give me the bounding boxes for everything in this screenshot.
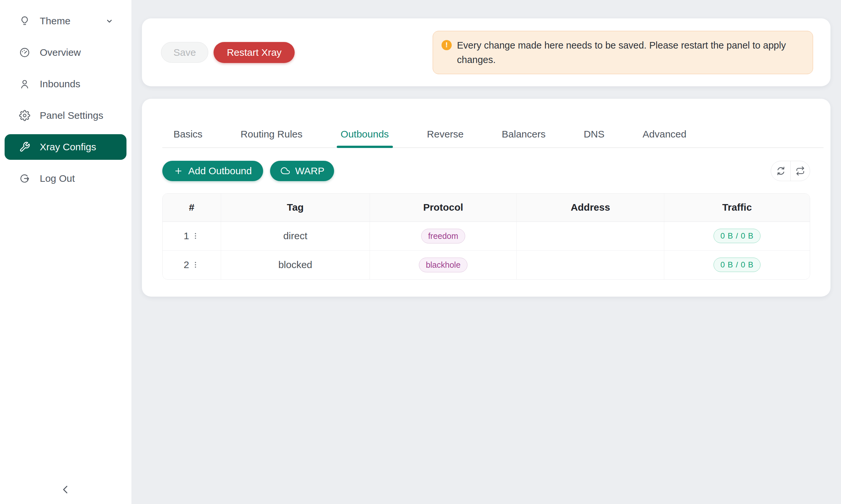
row-index: 2 <box>184 259 189 270</box>
tab-dns[interactable]: DNS <box>572 128 616 147</box>
config-tabs: Basics Routing Rules Outbounds Reverse B… <box>162 99 824 148</box>
xray-configs-card: Basics Routing Rules Outbounds Reverse B… <box>142 99 830 296</box>
sidebar-item-label: Overview <box>40 47 81 58</box>
active-tab-underline <box>337 146 393 148</box>
traffic-cell: 0 B / 0 B <box>664 250 810 279</box>
sidebar-item-label: Theme <box>40 15 70 26</box>
row-menu-button[interactable] <box>191 260 200 269</box>
table-tools-group <box>771 161 810 181</box>
table-row: 2 blocked blackhole <box>162 250 810 279</box>
tab-reverse[interactable]: Reverse <box>416 128 475 147</box>
protocol-badge: freedom <box>421 229 465 244</box>
traffic-cell: 0 B / 0 B <box>664 221 810 250</box>
sync-icon <box>776 166 786 176</box>
sidebar-item-log-out[interactable]: Log Out <box>5 166 126 191</box>
chevron-down-icon <box>105 16 114 25</box>
toolbar-card: Save Restart Xray ! Every change made he… <box>142 18 830 86</box>
add-outbound-button[interactable]: Add Outbound <box>162 161 263 181</box>
repeat-button[interactable] <box>790 161 810 181</box>
user-icon <box>19 78 31 90</box>
restart-xray-button[interactable]: Restart Xray <box>213 42 295 63</box>
protocol-cell: freedom <box>370 221 516 250</box>
address-cell <box>517 221 664 250</box>
restart-warning-alert: ! Every change made here needs to be sav… <box>433 31 813 74</box>
table-row: 1 direct freedom <box>162 221 810 250</box>
row-menu-button[interactable] <box>191 232 200 240</box>
chevron-left-icon <box>60 484 71 495</box>
traffic-badge: 0 B / 0 B <box>714 229 760 243</box>
lightbulb-icon <box>19 15 31 27</box>
warp-button[interactable]: WARP <box>270 161 334 181</box>
save-button[interactable]: Save <box>161 42 208 63</box>
repeat-icon <box>796 166 805 176</box>
column-header-index: # <box>162 194 221 221</box>
sidebar-item-overview[interactable]: Overview <box>5 40 126 65</box>
sidebar-item-label: Inbounds <box>40 78 80 90</box>
logout-icon <box>19 173 31 184</box>
sidebar-item-label: Panel Settings <box>40 110 103 121</box>
sidebar: Theme Overview Inbounds Panel Settings <box>0 0 132 504</box>
sidebar-item-label: Log Out <box>40 173 75 184</box>
tag-cell: direct <box>221 221 370 250</box>
tab-balancers[interactable]: Balancers <box>491 128 556 147</box>
tab-outbounds[interactable]: Outbounds <box>329 128 400 147</box>
refresh-button[interactable] <box>771 161 790 181</box>
sidebar-item-inbounds[interactable]: Inbounds <box>5 71 126 97</box>
outbounds-table: # Tag Protocol Address Traffic 1 <box>162 193 810 280</box>
main-content: Save Restart Xray ! Every change made he… <box>132 0 841 504</box>
wrench-icon <box>19 141 31 153</box>
tag-cell: blocked <box>221 250 370 279</box>
sidebar-item-label: Xray Configs <box>40 141 96 152</box>
address-cell <box>517 250 664 279</box>
sidebar-collapse-button[interactable] <box>58 482 73 497</box>
sidebar-item-theme[interactable]: Theme <box>5 8 126 34</box>
cloud-icon <box>280 166 290 176</box>
exclamation-circle-icon: ! <box>442 40 452 50</box>
app-root: Theme Overview Inbounds Panel Settings <box>0 0 841 504</box>
sidebar-item-xray-configs[interactable]: Xray Configs <box>5 134 126 160</box>
row-index: 1 <box>184 230 189 241</box>
traffic-badge: 0 B / 0 B <box>714 257 760 272</box>
column-header-address: Address <box>517 194 664 221</box>
table-header-row: # Tag Protocol Address Traffic <box>162 194 810 221</box>
tab-routing-rules[interactable]: Routing Rules <box>229 128 313 147</box>
dashboard-icon <box>19 47 31 58</box>
tab-basics[interactable]: Basics <box>162 128 213 147</box>
dots-vertical-icon <box>191 260 200 269</box>
tab-advanced[interactable]: Advanced <box>631 128 698 147</box>
dots-vertical-icon <box>191 232 200 240</box>
plus-icon <box>173 166 183 176</box>
column-header-protocol: Protocol <box>370 194 516 221</box>
column-header-tag: Tag <box>221 194 370 221</box>
protocol-cell: blackhole <box>370 250 516 279</box>
sidebar-item-panel-settings[interactable]: Panel Settings <box>5 103 126 128</box>
alert-message: Every change made here needs to be saved… <box>457 38 800 67</box>
column-header-traffic: Traffic <box>664 194 810 221</box>
gear-icon <box>19 110 31 121</box>
protocol-badge: blackhole <box>419 257 467 272</box>
outbound-actions-row: Add Outbound WARP <box>162 161 810 181</box>
